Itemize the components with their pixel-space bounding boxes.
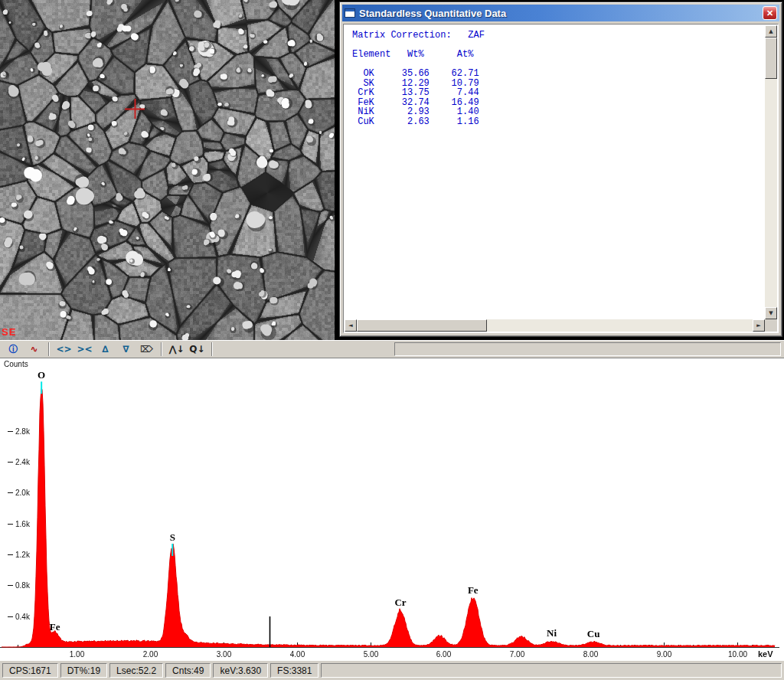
scroll-down-icon[interactable]: ▼ bbox=[765, 307, 777, 319]
status-kev: keV:3.630 bbox=[213, 663, 268, 678]
scroll-right-icon[interactable]: ► bbox=[753, 319, 765, 332]
vertical-scroll-thumb[interactable] bbox=[765, 38, 777, 79]
detector-mode-label: SE bbox=[2, 326, 16, 338]
y-axis-label: Counts bbox=[4, 360, 28, 368]
toolbar-expand-horizontal-icon[interactable]: <> bbox=[54, 342, 74, 357]
toolbar-zoom-down-icon[interactable]: Q↓ bbox=[188, 342, 207, 357]
toolbar-shrink-vertical-icon[interactable]: ∇ bbox=[116, 342, 136, 357]
spectrum-toolbar: ⓘ∿<>><∆∇⌦⋀↓Q↓ bbox=[0, 340, 784, 358]
toolbar-expand-vertical-icon[interactable]: ∆ bbox=[96, 342, 115, 357]
toolbar-peak-id-down-icon[interactable]: ⋀↓ bbox=[167, 342, 186, 357]
horizontal-scrollbar[interactable]: ◄ ► bbox=[345, 319, 765, 332]
status-bar: CPS:1671DT%:19Lsec:52.2Cnts:49keV:3.630F… bbox=[0, 660, 784, 680]
spectrum-panel: Counts keV bbox=[0, 358, 784, 660]
toolbar-erase-icon[interactable]: ⌦ bbox=[137, 342, 156, 357]
toolbar-separator bbox=[48, 342, 50, 356]
toolbar-display-field bbox=[394, 342, 781, 356]
toolbar-shrink-horizontal-icon[interactable]: >< bbox=[75, 342, 94, 357]
eds-spectrum-chart[interactable] bbox=[0, 358, 784, 660]
quant-results-window: Standardless Quantitative Data ✕ Matrix … bbox=[339, 2, 782, 337]
toolbar-info-icon[interactable]: ⓘ bbox=[4, 342, 23, 357]
vertical-scrollbar[interactable]: ▲ ▼ bbox=[765, 25, 777, 319]
scroll-up-icon[interactable]: ▲ bbox=[765, 25, 777, 38]
status-dt: DT%:19 bbox=[60, 663, 107, 678]
quant-results-area: Matrix Correction: ZAF Element Wt% At% O… bbox=[343, 24, 779, 333]
scroll-left-icon[interactable]: ◄ bbox=[345, 319, 357, 332]
horizontal-scroll-thumb[interactable] bbox=[357, 319, 487, 332]
status-lsec: Lsec:52.2 bbox=[109, 663, 163, 678]
toolbar-separator bbox=[161, 342, 162, 356]
scrollbar-corner bbox=[765, 319, 777, 332]
quant-results-text: Matrix Correction: ZAF Element Wt% At% O… bbox=[345, 25, 765, 319]
window-system-icon[interactable] bbox=[345, 8, 355, 18]
toolbar-spectrum-marker-icon[interactable]: ∿ bbox=[24, 342, 44, 357]
toolbar-separator bbox=[211, 342, 213, 356]
status-fs: FS:3381 bbox=[270, 663, 318, 678]
x-axis-label: keV bbox=[758, 649, 773, 659]
toolbar-button-group: ⓘ∿<>><∆∇⌦⋀↓Q↓ bbox=[3, 342, 217, 357]
sem-image-panel: SE bbox=[0, 0, 335, 340]
close-icon[interactable]: ✕ bbox=[763, 6, 777, 20]
status-cnts: Cnts:49 bbox=[165, 663, 211, 678]
status-cps: CPS:1671 bbox=[2, 663, 58, 678]
sem-image[interactable] bbox=[0, 0, 335, 340]
window-title: Standardless Quantitative Data bbox=[359, 8, 759, 19]
status-spacer bbox=[321, 663, 782, 678]
quant-window-titlebar[interactable]: Standardless Quantitative Data ✕ bbox=[342, 5, 779, 21]
